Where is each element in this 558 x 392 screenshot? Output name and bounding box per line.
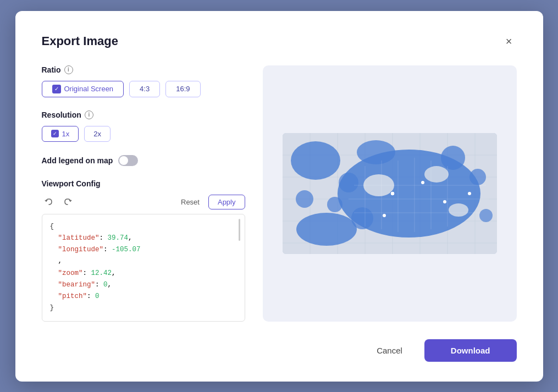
svg-point-36 (390, 191, 395, 196)
svg-point-40 (383, 214, 386, 217)
legend-label: Add legend on map (42, 156, 113, 165)
resolution-check-icon: ✓ (51, 130, 59, 137)
svg-point-25 (424, 166, 449, 183)
code-pitch: "pitch": 0 (50, 291, 237, 302)
svg-point-17 (339, 173, 358, 192)
viewport-section: Viewport Config (42, 179, 245, 322)
map-preview (283, 133, 497, 254)
resolution-button-group: ✓ 1x 2x (42, 126, 245, 142)
code-bearing: "bearing": 0, (50, 279, 237, 291)
ratio-original-screen-button[interactable]: ✓ Original Screen (42, 81, 124, 97)
ratio-info-icon[interactable]: i (64, 65, 73, 74)
map-svg (283, 133, 497, 254)
modal-header: Export Image × (42, 33, 517, 50)
code-brace-open: { (50, 221, 237, 233)
svg-point-26 (449, 203, 468, 217)
viewport-label: Viewport Config (42, 179, 245, 188)
svg-point-22 (469, 169, 486, 185)
resolution-2x-button[interactable]: 2x (84, 126, 111, 142)
undo-button[interactable] (42, 195, 56, 209)
resolution-info-icon[interactable]: i (85, 111, 93, 119)
svg-point-19 (351, 207, 373, 229)
ratio-check-icon: ✓ (52, 85, 61, 93)
modal-footer: Cancel Download (42, 339, 517, 362)
svg-point-23 (479, 209, 493, 222)
code-zoom: "zoom": 12.42, (50, 268, 237, 279)
viewport-toolbar: Reset Apply (42, 195, 245, 209)
svg-point-37 (421, 181, 424, 184)
legend-toggle[interactable] (118, 155, 138, 166)
close-button[interactable]: × (501, 33, 517, 50)
code-latitude: "latitude": 39.74, (50, 233, 237, 244)
redo-button[interactable] (60, 195, 75, 209)
svg-point-39 (468, 192, 471, 195)
map-preview-panel (263, 65, 517, 322)
code-brace-close: } (50, 302, 237, 314)
ratio-label: Ratio i (42, 65, 245, 74)
download-button[interactable]: Download (424, 339, 517, 362)
export-image-modal: Export Image × Ratio i ✓ Original Screen… (15, 11, 543, 382)
cancel-button[interactable]: Cancel (363, 340, 416, 361)
toggle-thumb (119, 156, 128, 165)
ratio-4-3-button[interactable]: 4:3 (129, 81, 160, 97)
apply-button[interactable]: Apply (208, 195, 245, 209)
svg-point-21 (441, 146, 465, 170)
modal-title: Export Image (42, 34, 118, 48)
ratio-button-group: ✓ Original Screen 4:3 16:9 (42, 81, 245, 97)
svg-point-14 (291, 141, 340, 180)
reset-button[interactable]: Reset (176, 196, 204, 208)
svg-point-38 (443, 200, 446, 203)
resolution-label: Resolution i (42, 111, 245, 119)
legend-row: Add legend on map (42, 155, 245, 166)
svg-point-18 (327, 197, 342, 212)
resolution-1x-button[interactable]: ✓ 1x (42, 126, 79, 142)
code-comma: , (50, 256, 237, 267)
svg-point-15 (296, 213, 357, 246)
code-longitude: "longitude": -105.07 (50, 244, 237, 256)
svg-point-16 (357, 140, 395, 164)
modal-body: Ratio i ✓ Original Screen 4:3 16:9 Resol… (42, 65, 517, 322)
viewport-code-editor[interactable]: { "latitude": 39.74, "longitude": -105.0… (42, 214, 245, 322)
svg-point-20 (296, 190, 313, 208)
ratio-16-9-button[interactable]: 16:9 (165, 81, 200, 97)
left-panel: Ratio i ✓ Original Screen 4:3 16:9 Resol… (42, 65, 245, 322)
scroll-indicator (239, 219, 240, 241)
